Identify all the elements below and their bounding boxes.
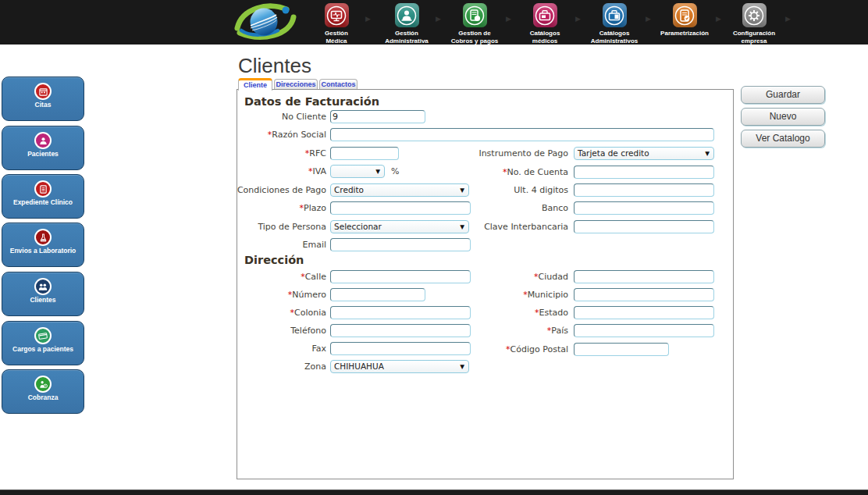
iva-percent-suffix: % (391, 166, 399, 176)
charges-icon (34, 327, 52, 344)
colonia-input[interactable] (330, 306, 471, 319)
nav-arrow-icon: ▶ (785, 15, 791, 23)
page-title: Clientes (238, 54, 311, 78)
medical-catalogs-icon (533, 3, 557, 27)
admin-catalogs-icon (603, 3, 627, 27)
calle-input[interactable] (330, 270, 471, 283)
fax-input[interactable] (330, 342, 471, 355)
iva-select[interactable]: ▼ (330, 165, 385, 178)
razon-social-input[interactable] (330, 128, 714, 141)
label-pais: *País (472, 324, 568, 337)
instrumento-pago-select[interactable]: Tarjeta de credito▼ (574, 147, 714, 160)
parametrization-icon (673, 3, 697, 27)
nav-catalogos-administrativos[interactable]: CatálogosAdministrativos (579, 3, 649, 45)
guardar-button[interactable]: Guardar (741, 86, 825, 104)
municipio-input[interactable] (574, 288, 714, 301)
nav-arrow-icon: ▶ (365, 15, 371, 23)
telefono-input[interactable] (330, 324, 471, 337)
rfc-input[interactable] (330, 147, 399, 160)
medical-management-icon (325, 3, 349, 27)
label-calle: *Calle (229, 270, 326, 283)
sidebar-item-envios-laboratorio[interactable]: Envios a Laboratorio (2, 223, 84, 267)
app-logo (229, 1, 301, 48)
numero-input[interactable] (330, 288, 425, 301)
label-plazo: *Plazo (229, 201, 326, 215)
bottom-bar (0, 490, 868, 495)
condiciones-pago-select[interactable]: Credito▼ (330, 183, 469, 197)
admin-management-icon (395, 3, 419, 27)
codigo-postal-input[interactable] (574, 343, 669, 356)
label-ult-4-digitos: Ult. 4 digitos (472, 183, 568, 197)
sidebar-item-citas[interactable]: Citas (2, 77, 84, 121)
sidebar-item-expediente-clinico[interactable]: Expediente Clínico (2, 174, 84, 219)
label-zona: Zona (229, 360, 326, 373)
sidebar-item-pacientes[interactable]: Pacientes (2, 126, 84, 170)
ult-4-digitos-input[interactable] (574, 183, 714, 197)
label-razon-social: *Razón Social (229, 128, 326, 141)
label-municipio: *Municipio (472, 288, 568, 301)
payments-icon (463, 3, 487, 27)
plazo-input[interactable] (330, 201, 471, 215)
calendar-icon (34, 83, 52, 100)
ver-catalogo-button[interactable]: Ver Catalogo (741, 130, 825, 148)
label-rfc: *RFC (229, 147, 326, 160)
label-instrumento-pago: Instrumento de Pago (472, 147, 568, 160)
nav-gestion-medica[interactable]: GestiónMédica (301, 3, 372, 45)
collections-icon (34, 376, 52, 393)
tab-direcciones[interactable]: Direcciones (274, 79, 318, 89)
email-input[interactable] (330, 238, 471, 251)
label-banco: Banco (472, 201, 568, 215)
label-colonia: *Colonia (229, 306, 326, 319)
label-telefono: Teléfono (229, 324, 326, 337)
nav-parametrizacion[interactable]: Parametrización (649, 3, 720, 37)
label-condiciones-pago: Condiciones de Pago (229, 183, 326, 197)
clinical-record-icon (34, 180, 52, 198)
ciudad-input[interactable] (574, 270, 714, 283)
sidebar-item-cobranza[interactable]: Cobranza (2, 369, 84, 414)
label-clave-interbancaria: Clave Interbancaria (472, 220, 568, 233)
label-no-cuenta: *No. de Cuenta (472, 166, 568, 179)
label-ciudad: *Ciudad (472, 270, 568, 283)
top-navigation-bar: GestiónMédica ▶ GestiónAdministrativa ▶ … (0, 0, 868, 45)
pais-input[interactable] (574, 324, 714, 337)
nav-cobros-pagos[interactable]: Gestion deCobros y pagos (439, 3, 510, 45)
company-config-icon (742, 3, 767, 27)
nav-label: Gestión (301, 30, 372, 37)
label-numero: *Número (229, 288, 326, 301)
patient-icon (34, 132, 52, 149)
tab-cliente[interactable]: Cliente (238, 78, 272, 91)
section-datos-facturacion: Datos de Facturación (244, 95, 379, 108)
label-email: Email (229, 238, 326, 251)
nav-catalogos-medicos[interactable]: Catálogosmédicos (510, 3, 580, 45)
label-codigo-postal: *Código Postal (472, 343, 568, 356)
clave-interbancaria-input[interactable] (574, 220, 714, 233)
label-no-cliente: No Cliente (229, 110, 326, 123)
sidebar-item-cargos-pacientes[interactable]: Cargos a pacientes (2, 321, 84, 365)
no-cliente-input[interactable] (330, 110, 425, 123)
label-fax: Fax (229, 342, 326, 355)
estado-input[interactable] (574, 306, 714, 319)
no-cuenta-input[interactable] (574, 166, 714, 179)
label-estado: *Estado (472, 306, 568, 319)
sidebar-item-clientes[interactable]: Clientes (2, 272, 84, 316)
nuevo-button[interactable]: Nuevo (741, 108, 825, 126)
label-iva: *IVA (229, 165, 326, 178)
tab-contactos[interactable]: Contactos (319, 79, 358, 89)
lab-icon (34, 229, 52, 246)
section-direccion: Dirección (244, 254, 304, 266)
banco-input[interactable] (574, 201, 714, 215)
clients-icon (34, 278, 52, 295)
tipo-persona-select[interactable]: Seleccionar▼ (330, 220, 469, 233)
zona-select[interactable]: CHIHUAHUA▼ (330, 360, 469, 373)
label-tipo-persona: Tipo de Persona (229, 220, 326, 233)
nav-gestion-administrativa[interactable]: GestiónAdministrativa (372, 3, 442, 45)
nav-configuracion-empresa[interactable]: Configuraciónempresa (719, 3, 789, 45)
